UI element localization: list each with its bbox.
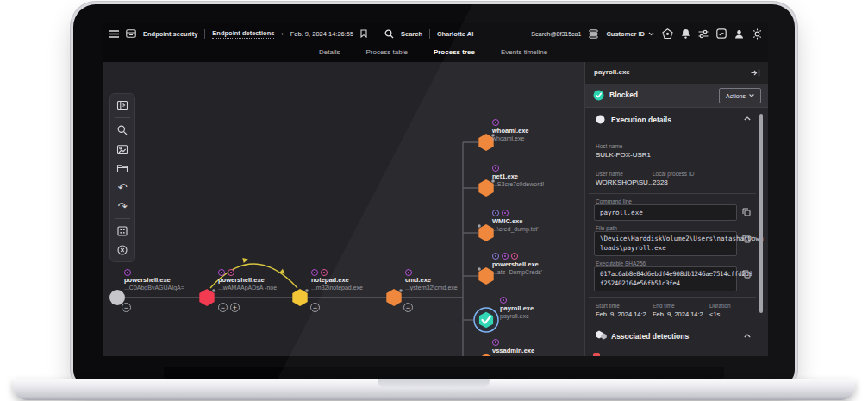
copy-icon[interactable]: [740, 268, 752, 279]
severity-indicator: [593, 353, 600, 356]
arc-arrowhead: [242, 257, 248, 263]
search-menu-label[interactable]: Search: [401, 30, 422, 38]
laptop-notch: [378, 379, 490, 389]
badge-row: [311, 269, 328, 276]
duration-value: <1s: [709, 310, 720, 318]
detection-badge-icon: [492, 210, 499, 216]
node-label: payroll.exe: [500, 304, 534, 312]
detection-badge-icon: [492, 119, 499, 126]
node-powershell-2[interactable]: [199, 289, 214, 306]
command-line-label: Command line: [596, 198, 632, 204]
node-cmdline: whoami.exe: [492, 135, 524, 142]
product-title: Endpoint security: [143, 30, 197, 38]
hinge-shadow: [164, 367, 724, 379]
command-line-field[interactable]: payroll.exe: [594, 204, 737, 221]
process-tree-canvas[interactable]: ↶ ↷: [103, 62, 768, 356]
collapse-panel-icon[interactable]: [750, 67, 761, 78]
detection-badge-icon: [405, 269, 412, 276]
toolbar-separator: [115, 117, 130, 118]
tab-events-timeline[interactable]: Events timeline: [501, 44, 547, 62]
bookmark-icon[interactable]: [360, 29, 367, 38]
detection-badge-icon: [218, 269, 225, 276]
falcon-console-icon[interactable]: [716, 28, 727, 39]
folder-icon[interactable]: [114, 160, 131, 177]
badge-row: [492, 339, 499, 346]
execution-details-title: Execution details: [611, 116, 671, 124]
tab-process-table[interactable]: Process table: [365, 44, 407, 62]
chevron-up-icon[interactable]: [744, 116, 751, 121]
detection-badge-icon: [492, 253, 499, 260]
database-stack-icon[interactable]: [589, 29, 598, 39]
process-id-label: Local process ID: [653, 171, 694, 177]
actions-button[interactable]: Actions: [719, 88, 761, 103]
breadcrumb-link[interactable]: Endpoint detections: [212, 29, 274, 39]
charlotte-ai-label[interactable]: Charlotte AI: [437, 30, 473, 38]
search-icon[interactable]: [384, 29, 394, 39]
graph-settings-icon[interactable]: [114, 222, 131, 240]
node-cmd[interactable]: [386, 289, 401, 306]
node-label: powershell.exe: [492, 260, 539, 268]
detection-badge-icon: [502, 210, 509, 216]
chevron-up-icon[interactable]: [744, 334, 751, 338]
tab-details[interactable]: Details: [319, 44, 340, 62]
customer-id-dropdown[interactable]: Customer ID: [606, 23, 654, 44]
status-badge: Blocked: [609, 91, 638, 99]
hamburger-menu-icon[interactable]: [109, 30, 119, 38]
tab-process-tree[interactable]: Process tree: [434, 44, 475, 64]
undo-icon[interactable]: ↶: [114, 179, 131, 196]
node-notepad[interactable]: [292, 289, 307, 306]
detection-badge-icon: [321, 269, 328, 276]
detail-side-panel: payroll.exe Blocked Actions: [584, 62, 768, 356]
associated-detections-icon: [595, 329, 608, 341]
copy-icon[interactable]: [740, 233, 752, 244]
panel-scrollbar[interactable]: [759, 114, 763, 313]
expand-button[interactable]: +: [230, 303, 240, 312]
file-path-field[interactable]: \Device\HarddiskVolume2\Users\natasha\Do…: [594, 231, 737, 256]
detection-badge-icon: [500, 297, 507, 304]
panel-title-bar: payroll.exe: [585, 62, 768, 85]
settings-sliders-icon[interactable]: [698, 29, 709, 39]
collapse-button[interactable]: −: [122, 303, 131, 312]
badge-row: [218, 269, 234, 276]
view-tabs-bar: Details Process table Process tree Event…: [103, 44, 768, 62]
sha256-field[interactable]: 017ac6ab8e84d6ebdf4e908db1246ae7514cffd2…: [594, 266, 737, 291]
end-time-value: Feb. 9, 2024 14:2...: [653, 310, 709, 318]
notifications-bell-icon[interactable]: [681, 28, 690, 39]
search-context-label: Search@8f315ca1: [531, 31, 581, 37]
node-cmdline: ...ystem32\cmd.exe: [405, 284, 458, 291]
collapse-button[interactable]: −: [310, 303, 320, 312]
divider: [589, 323, 756, 323]
snapshot-image-icon[interactable]: [114, 141, 131, 158]
detection-badge-icon: [492, 339, 499, 346]
process-id-value: 2328: [653, 179, 668, 186]
node-cmdline: ...\cred_dump.txt': [492, 225, 538, 233]
detection-badge-icon: [124, 269, 131, 276]
redo-icon[interactable]: ↷: [114, 197, 131, 215]
status-bar: Blocked Actions: [585, 84, 768, 108]
user-profile-icon[interactable]: [734, 29, 744, 39]
node-label: cmd.exe: [405, 276, 431, 284]
node-payroll-selected[interactable]: [474, 308, 498, 332]
collapse-button[interactable]: −: [218, 303, 228, 312]
expand-panel-icon[interactable]: [114, 97, 131, 114]
start-time-value: Feb. 9, 2024 14:2...: [596, 310, 652, 318]
badge-row: [492, 119, 499, 126]
copy-icon[interactable]: [740, 206, 752, 217]
detection-badge-icon: [502, 253, 509, 260]
close-circle-icon[interactable]: [114, 241, 131, 259]
collapse-button[interactable]: −: [403, 303, 413, 312]
node-cmdline: payroll.exe: [500, 312, 529, 320]
node-label: notepad.exe: [311, 276, 349, 284]
node-label: vssadmin.exe: [492, 347, 534, 354]
node-label: powershell.exe: [218, 276, 265, 284]
zoom-search-icon[interactable]: [114, 122, 131, 139]
apps-badge-icon[interactable]: [662, 28, 673, 40]
toolbar-separator: [115, 218, 130, 219]
detection-badge-icon: [492, 165, 499, 172]
user-name-value: WORKSHOP\SU...: [596, 179, 654, 186]
breadcrumb-timestamp: Feb. 9, 2024 14:26:55: [290, 30, 353, 38]
node-label: whoami.exe: [492, 127, 529, 135]
node-cmdline: ...wAMAApADsA -noe: [218, 284, 277, 291]
node-cmdline: ...S3cre7c0deword!: [492, 180, 544, 188]
theme-toggle-sun-icon[interactable]: [752, 28, 763, 40]
